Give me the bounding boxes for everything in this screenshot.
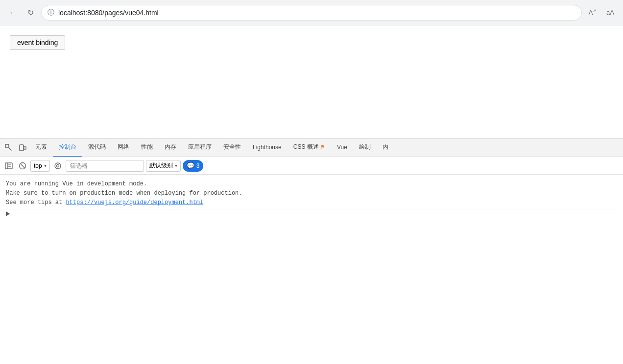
tab-more[interactable]: 内 <box>377 138 394 157</box>
browser-toolbar: ← ↻ ⓘ localhost:8080/pages/vue04.html A↗… <box>0 0 623 25</box>
translate-button[interactable]: A↗ <box>586 6 599 20</box>
address-bar[interactable]: ⓘ localhost:8080/pages/vue04.html <box>41 5 582 21</box>
refresh-button[interactable]: ↻ <box>24 6 37 20</box>
console-message-text: You are running Vue in development mode.… <box>6 181 242 206</box>
tab-security[interactable]: 安全性 <box>217 138 247 157</box>
info-icon: ⓘ <box>48 8 54 17</box>
reader-button[interactable]: aA <box>603 6 617 20</box>
svg-line-8 <box>21 164 24 168</box>
context-selector[interactable]: top ▾ <box>30 160 50 172</box>
inspect-element-button[interactable] <box>2 141 16 155</box>
live-expression-button[interactable] <box>52 160 64 172</box>
tab-elements[interactable]: 元素 <box>29 138 53 157</box>
console-output: You are running Vue in development mode.… <box>0 175 623 364</box>
tab-vue[interactable]: Vue <box>331 138 353 157</box>
deployment-link[interactable]: https://vuejs.org/guide/deployment.html <box>66 199 203 206</box>
page-content: event binding <box>0 25 623 138</box>
tab-performance[interactable]: 性能 <box>135 138 159 157</box>
level-selector[interactable]: 默认级别 ▾ <box>146 160 181 172</box>
level-value: 默认级别 <box>149 161 173 170</box>
chevron-right-icon <box>6 211 10 216</box>
url-text: localhost:8080/pages/vue04.html <box>58 9 575 17</box>
svg-rect-2 <box>24 146 26 150</box>
translate-icon: A↗ <box>589 8 597 16</box>
tab-lighthouse[interactable]: Lighthouse <box>247 138 288 157</box>
device-mode-button[interactable] <box>16 141 29 155</box>
event-binding-button[interactable]: event binding <box>10 35 65 50</box>
tab-paint[interactable]: 绘制 <box>353 138 377 157</box>
back-button[interactable]: ← <box>6 6 20 20</box>
message-bubble-icon: 💬 <box>187 162 194 169</box>
console-expand-row[interactable] <box>6 211 617 216</box>
message-count-badge[interactable]: 💬 3 <box>183 160 204 172</box>
level-chevron-down-icon: ▾ <box>175 163 177 168</box>
tab-console[interactable]: 控制台 <box>53 138 82 157</box>
tab-css-overview[interactable]: CSS 概述 ⚑ <box>288 138 331 157</box>
tab-sources[interactable]: 源代码 <box>82 138 112 157</box>
toolbar-right: A↗ aA <box>586 6 617 20</box>
console-toolbar: top ▾ 默认级别 ▾ 💬 3 <box>0 157 623 175</box>
message-count: 3 <box>196 162 200 169</box>
chevron-down-icon: ▾ <box>44 163 47 168</box>
svg-rect-1 <box>20 145 24 151</box>
svg-point-9 <box>55 163 61 169</box>
devtools-panel: 元素 控制台 源代码 网络 性能 内存 应用程序 安全性 Lighthouse … <box>0 138 623 364</box>
reader-icon: aA <box>606 9 614 16</box>
svg-rect-0 <box>5 144 9 148</box>
tab-application[interactable]: 应用程序 <box>182 138 217 157</box>
svg-point-10 <box>56 164 59 167</box>
tab-network[interactable]: 网络 <box>112 138 135 157</box>
devtools-tabs-bar: 元素 控制台 源代码 网络 性能 内存 应用程序 安全性 Lighthouse … <box>0 138 623 157</box>
tab-memory[interactable]: 内存 <box>159 138 182 157</box>
console-sidebar-button[interactable] <box>3 160 15 172</box>
context-value: top <box>34 162 42 169</box>
clear-console-button[interactable] <box>17 160 28 172</box>
svg-rect-3 <box>5 163 12 169</box>
filter-input[interactable] <box>66 160 144 172</box>
console-message-vue: You are running Vue in development mode.… <box>6 179 617 209</box>
